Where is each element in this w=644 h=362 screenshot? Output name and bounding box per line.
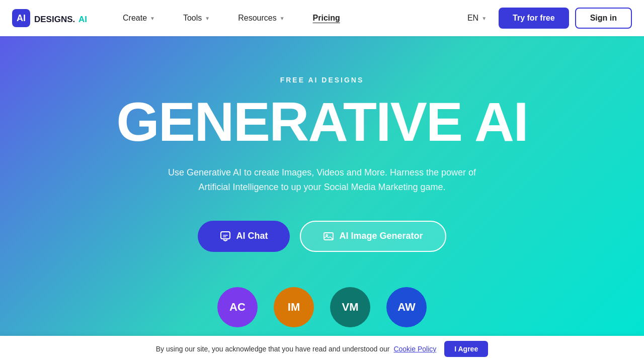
chevron-down-icon: ▼ [150,16,155,21]
nav-tools[interactable]: Tools ▼ [169,0,224,36]
ai-image-button[interactable]: AI Image Generator [300,221,446,252]
ai-chat-button[interactable]: AI Chat [198,221,290,252]
hero-title: GENERATIVE AI [116,94,527,149]
sign-in-button[interactable]: Sign in [575,8,632,29]
i-agree-button[interactable]: I Agree [444,341,488,357]
hero-eyebrow: FREE AI DESIGNS [280,76,364,84]
nav-pricing-label: Pricing [313,14,340,23]
nav-pricing[interactable]: Pricing [299,0,354,36]
nav-create[interactable]: Create ▼ [109,0,169,36]
chevron-down-icon: ▼ [280,16,285,21]
cookie-message: By using our site, you acknowledge that … [156,345,390,353]
svg-point-6 [326,234,328,236]
chat-icon [220,231,231,242]
cookie-policy-link[interactable]: Cookie Policy [393,345,436,353]
avatar-ac: AC [217,287,258,327]
hero-section: FREE AI DESIGNS GENERATIVE AI Use Genera… [0,36,644,362]
svg-rect-5 [324,233,333,240]
hero-subtitle: Use Generative AI to create Images, Vide… [166,165,478,195]
ai-image-label: AI Image Generator [339,231,423,241]
svg-text:DESIGNS.: DESIGNS. [34,15,75,24]
avatars-row: AC IM VM AW [217,282,427,322]
logo[interactable]: AI DESIGNS. AI [12,7,93,29]
nav-resources[interactable]: Resources ▼ [224,0,298,36]
avatar-im: IM [274,287,314,327]
lang-label: EN [467,14,478,23]
nav-create-label: Create [123,14,147,23]
nav-right: EN ▼ Try for free Sign in [461,8,632,29]
svg-text:AI: AI [78,15,87,24]
hero-buttons: AI Chat AI Image Generator [198,221,446,252]
navbar: AI DESIGNS. AI Create ▼ Tools ▼ Resource… [0,0,644,36]
cookie-bar: By using our site, you acknowledge that … [0,336,644,362]
nav-tools-label: Tools [183,14,202,23]
chevron-down-icon: ▼ [481,16,487,21]
ai-chat-label: AI Chat [236,231,268,241]
svg-text:AI: AI [17,13,26,23]
try-free-button[interactable]: Try for free [499,8,569,29]
nav-resources-label: Resources [238,14,276,23]
chevron-down-icon: ▼ [205,16,210,21]
avatar-aw: AW [386,287,427,327]
nav-links: Create ▼ Tools ▼ Resources ▼ Pricing [109,0,461,36]
language-selector[interactable]: EN ▼ [461,10,493,27]
image-icon [323,231,334,242]
avatar-vm: VM [330,287,370,327]
